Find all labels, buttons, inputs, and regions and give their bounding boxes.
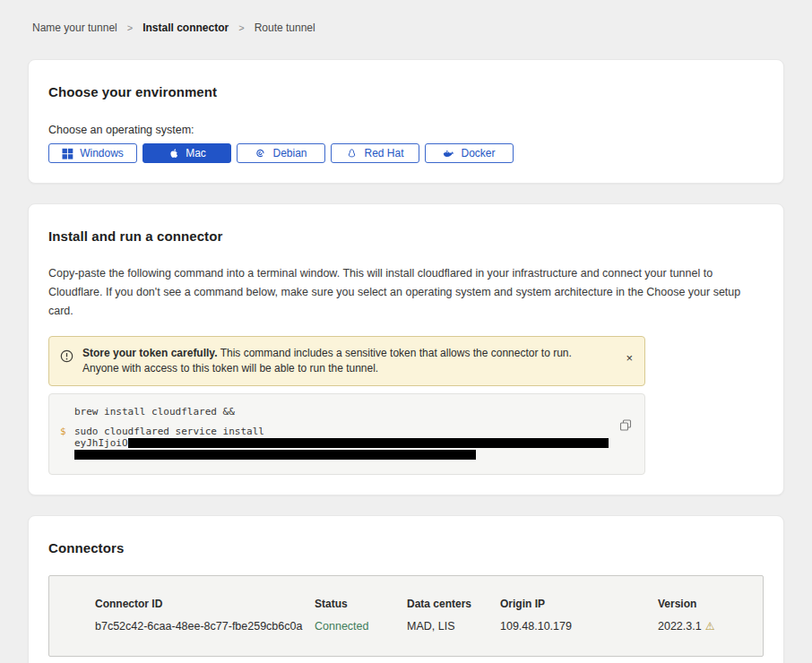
- debian-icon: [255, 148, 266, 159]
- os-button-label: Mac: [186, 147, 206, 159]
- origin-ip-value: 109.48.10.179: [500, 620, 658, 633]
- status-badge: Connected: [315, 620, 407, 633]
- redhat-icon: [346, 148, 358, 159]
- connectors-card: Connectors Connector ID Status Data cent…: [28, 515, 784, 663]
- install-card-title: Install and run a connector: [48, 228, 764, 244]
- code-line-sudo-text: sudo cloudflared service install: [74, 426, 264, 437]
- docker-icon: [443, 148, 454, 159]
- header-connector-id: Connector ID: [95, 598, 315, 610]
- install-description: Copy-paste the following command into a …: [48, 264, 764, 321]
- breadcrumb-step-route-tunnel[interactable]: Route tunnel: [255, 22, 315, 34]
- data-centers-value: MAD, LIS: [407, 620, 500, 633]
- os-button-mac[interactable]: Mac: [143, 143, 231, 163]
- header-origin-ip: Origin IP: [500, 598, 658, 610]
- version-value: 2022.3.1⚠: [658, 620, 763, 633]
- connector-id-value: b7c52c42-6caa-48ee-8c77-fbe259cb6c0a: [95, 620, 315, 633]
- token-warning-banner: Store your token carefully. This command…: [48, 336, 645, 386]
- os-button-debian[interactable]: Debian: [237, 143, 325, 163]
- token-redaction-bar: [74, 450, 476, 460]
- breadcrumb-step-name-tunnel[interactable]: Name your tunnel: [32, 22, 117, 34]
- connectors-table: Connector ID Status Data centers Origin …: [48, 575, 764, 657]
- table-header-row: Connector ID Status Data centers Origin …: [49, 598, 763, 610]
- breadcrumb-separator: >: [127, 22, 133, 33]
- header-status: Status: [315, 598, 407, 610]
- close-icon[interactable]: ×: [626, 352, 633, 364]
- os-button-docker[interactable]: Docker: [425, 143, 514, 163]
- command-code-block: brew install cloudflared && $ sudo cloud…: [48, 393, 645, 475]
- breadcrumb-separator: >: [238, 22, 244, 33]
- token-redaction-bar: [128, 438, 609, 448]
- shell-prompt: $: [60, 426, 66, 437]
- os-button-redhat[interactable]: Red Hat: [331, 143, 419, 163]
- os-select-label: Choose an operating system:: [48, 124, 764, 136]
- version-warning-icon: ⚠: [705, 620, 715, 633]
- version-number: 2022.3.1: [658, 620, 702, 633]
- alert-circle-icon: [60, 349, 73, 366]
- breadcrumb-step-install-connector[interactable]: Install connector: [143, 22, 229, 34]
- environment-card: Choose your environment Choose an operat…: [28, 59, 784, 184]
- warning-message: Store your token carefully. This command…: [82, 346, 610, 376]
- os-button-windows[interactable]: Windows: [48, 143, 137, 163]
- connectors-card-title: Connectors: [48, 540, 764, 555]
- warning-message-bold: Store your token carefully.: [82, 347, 218, 359]
- copy-icon[interactable]: [618, 418, 633, 433]
- os-button-label: Docker: [461, 147, 495, 159]
- table-row: b7c52c42-6caa-48ee-8c77-fbe259cb6c0a Con…: [49, 620, 763, 633]
- apple-icon: [168, 148, 179, 159]
- environment-card-title: Choose your environment: [48, 84, 764, 99]
- windows-icon: [62, 148, 73, 159]
- os-button-label: Debian: [272, 147, 307, 159]
- os-button-label: Windows: [80, 147, 124, 159]
- token-prefix: eyJhIjoiO: [74, 437, 128, 449]
- code-line-brew: brew install cloudflared &&: [74, 406, 609, 418]
- header-version: Version: [658, 598, 763, 610]
- code-line-token: eyJhIjoiO: [74, 437, 609, 449]
- breadcrumb: Name your tunnel > Install connector > R…: [0, 0, 812, 34]
- os-button-label: Red Hat: [364, 147, 403, 159]
- os-button-group: Windows Mac Debian Red Hat Docker: [48, 143, 764, 163]
- code-line-sudo: $ sudo cloudflared service install: [74, 426, 609, 437]
- header-data-centers: Data centers: [407, 598, 500, 610]
- install-card: Install and run a connector Copy-paste t…: [28, 203, 784, 495]
